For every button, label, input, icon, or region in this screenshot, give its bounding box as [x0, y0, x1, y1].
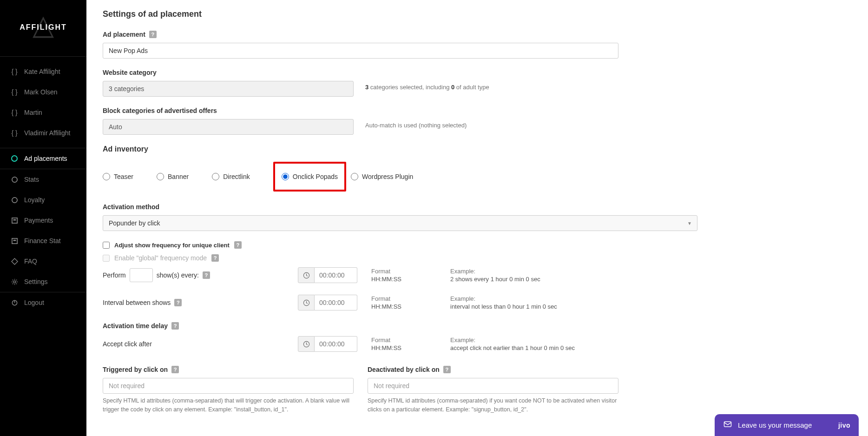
perform-time-input[interactable] [315, 267, 357, 283]
svg-rect-12 [724, 422, 731, 427]
page-title: Settings of ad placement [103, 9, 697, 19]
accept-click-time-input[interactable] [315, 336, 357, 352]
help-icon[interactable]: ? [211, 254, 219, 262]
chat-widget[interactable]: Leave us your message jivo [715, 414, 859, 436]
logo: △ AFFILIGHT [0, 0, 86, 57]
perform-count-input[interactable] [130, 268, 153, 282]
radio-wordpress-plugin-input[interactable] [351, 173, 358, 180]
example-value: interval not less than 0 hour 1 min 0 se… [450, 303, 557, 310]
format-value: HH:MM:SS [371, 303, 422, 310]
square-icon [10, 217, 19, 224]
svg-rect-5 [13, 239, 16, 241]
sidebar-item-payments[interactable]: Payments [0, 210, 86, 231]
sidebar-user-label: Vladimir Affilight [24, 129, 70, 137]
radio-label: Wordpress Plugin [362, 173, 413, 180]
radio-wordpress-plugin[interactable]: Wordpress Plugin [351, 173, 413, 180]
chat-icon [723, 420, 732, 430]
sidebar-user-mark[interactable]: { } Mark Olsen [0, 82, 86, 102]
help-icon[interactable]: ? [203, 271, 210, 279]
sidebar-item-label: Stats [24, 176, 39, 183]
refresh-icon [10, 176, 19, 183]
example-label: Example: [450, 337, 575, 344]
gear-icon [10, 278, 19, 285]
activation-delay-label: Activation time delay [103, 322, 168, 330]
help-icon[interactable]: ? [443, 366, 451, 373]
radio-label: Teaser [114, 173, 133, 180]
deactivated-input[interactable] [368, 378, 618, 394]
braces-icon: { } [10, 88, 19, 96]
website-category-label: Website category [103, 69, 157, 76]
block-categories-label: Block categories of advertised offers [103, 107, 217, 114]
adjust-frequency-label[interactable]: Adjust show frequency for unique client [114, 242, 230, 249]
svg-point-1 [12, 197, 17, 202]
help-icon[interactable]: ? [234, 241, 242, 249]
help-icon[interactable]: ? [174, 299, 182, 306]
braces-icon: { } [10, 68, 19, 75]
radio-label: Banner [168, 173, 189, 180]
sidebar-item-faq[interactable]: FAQ [0, 251, 86, 271]
ad-inventory-title: Ad inventory [103, 145, 697, 153]
sidebar-user-martin[interactable]: { } Martin [0, 102, 86, 123]
radio-label: Directlink [223, 173, 250, 180]
sidebar-user-label: Martin [24, 109, 42, 116]
deactivated-help: Specify HTML id attributes (comma-separa… [368, 396, 618, 414]
braces-icon: { } [10, 129, 19, 137]
block-categories-input[interactable] [103, 119, 354, 135]
radio-teaser-input[interactable] [103, 173, 110, 180]
activation-method-select[interactable]: Popunder by click [103, 215, 697, 231]
block-categories-hint: Auto-match is used (nothing selected) [365, 122, 467, 129]
help-icon[interactable]: ? [171, 322, 179, 330]
format-label: Format [371, 337, 422, 344]
sidebar-item-label: Finance Stat [24, 237, 61, 244]
radio-onclick-popads-input[interactable] [282, 173, 289, 180]
clock-icon [298, 267, 315, 283]
power-icon [10, 299, 19, 306]
clock-icon [298, 295, 315, 310]
help-icon[interactable]: ? [149, 31, 157, 38]
svg-point-0 [12, 156, 17, 161]
sidebar-item-ad-placements[interactable]: Ad placements [0, 148, 86, 169]
triggered-help: Specify HTML id attributes (comma-separa… [103, 396, 354, 414]
triggered-input[interactable] [103, 378, 354, 394]
format-value: HH:MM:SS [371, 344, 422, 351]
sidebar-item-stats[interactable]: Stats [0, 169, 86, 190]
example-value: accept click not earlier than 1 hour 0 m… [450, 344, 575, 351]
radio-banner-input[interactable] [157, 173, 164, 180]
activation-method-label: Activation method [103, 203, 159, 211]
radio-teaser[interactable]: Teaser [103, 173, 133, 180]
radio-directlink-input[interactable] [212, 173, 219, 180]
example-label: Example: [450, 295, 557, 302]
circle-icon [10, 155, 19, 162]
square-icon [10, 238, 19, 244]
interval-time-input[interactable] [315, 295, 357, 310]
chat-brand: jivo [838, 422, 850, 429]
example-label: Example: [450, 268, 540, 275]
format-value: HH:MM:SS [371, 276, 422, 283]
website-category-hint: 3 categories selected, including 0 of ad… [365, 84, 489, 91]
sidebar-item-loyalty[interactable]: Loyalty [0, 190, 86, 210]
sidebar-item-label: Settings [24, 278, 48, 285]
circle-outline-icon [10, 197, 19, 204]
sidebar-item-logout[interactable]: Logout [0, 292, 86, 313]
sidebar-user-vladimir[interactable]: { } Vladimir Affilight [0, 123, 86, 143]
help-icon[interactable]: ? [171, 366, 179, 373]
clock-icon [298, 336, 315, 352]
chat-text: Leave us your message [738, 421, 812, 429]
triggered-label: Triggered by click on [103, 366, 168, 373]
global-frequency-label: Enable "global" frequency mode [114, 254, 207, 262]
radio-banner[interactable]: Banner [157, 173, 189, 180]
format-label: Format [371, 268, 422, 275]
radio-directlink[interactable]: Directlink [212, 173, 250, 180]
sidebar-item-label: FAQ [24, 258, 37, 265]
radio-onclick-popads[interactable]: Onclick Popads [273, 162, 346, 192]
ad-placement-input[interactable] [103, 43, 618, 59]
sidebar-item-label: Ad placements [24, 155, 67, 162]
sidebar-item-finance-stat[interactable]: Finance Stat [0, 231, 86, 251]
website-category-input[interactable] [103, 81, 354, 97]
sidebar-item-settings[interactable]: Settings [0, 271, 86, 292]
adjust-frequency-checkbox[interactable] [103, 242, 110, 249]
sidebar-user-kate[interactable]: { } Kate Affilight [0, 61, 86, 82]
braces-icon: { } [10, 109, 19, 116]
ad-inventory-radios: Teaser Banner Directlink Onclick Popads … [103, 162, 697, 192]
example-value: 2 shows every 1 hour 0 min 0 sec [450, 276, 540, 283]
